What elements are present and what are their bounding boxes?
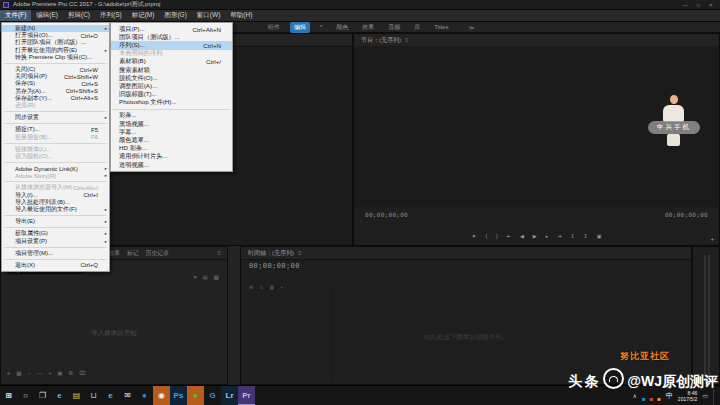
nest-toggle-icon[interactable]: ⊞ [249,275,253,293]
mark-out-icon[interactable]: } [496,224,498,242]
go-to-in-icon[interactable]: ⇤ [507,224,511,242]
menu-bar-item[interactable]: 剪辑(C) [63,10,95,21]
file-menu-item[interactable]: 设为脱机(O)... [2,153,109,160]
maximize-button[interactable]: □ [697,0,700,10]
file-menu-item[interactable]: 退出(X) Ctrl+Q [2,262,109,269]
tab-history[interactable]: 历史记录 [146,249,169,258]
button-editor-icon[interactable]: + [710,236,714,242]
taskbar-clock[interactable]: 8:46 2017/5/2 [678,390,697,402]
mark-in-icon[interactable]: { [485,224,487,242]
file-menu-item[interactable] [4,143,107,144]
step-back-icon[interactable]: ◀ [520,224,524,242]
file-menu-item[interactable] [4,162,107,163]
task-view-button[interactable]: ❐ [34,386,51,405]
new-submenu-item[interactable]: 透明视频... [111,161,232,169]
mail-icon[interactable]: ✉ [119,386,136,405]
lightroom-icon[interactable]: Lr [221,386,238,405]
menu-bar-item[interactable]: 窗口(W) [192,10,225,21]
file-menu-item[interactable] [4,259,107,260]
list-view-toggle-icon[interactable]: ▤ [203,265,208,283]
minimize-button[interactable]: — [683,0,688,10]
new-submenu-item[interactable] [113,109,230,110]
file-explorer-icon[interactable]: ▤ [68,386,85,405]
file-menu-item[interactable]: 批量捕捉(B)... F6 [2,133,109,140]
thumbnail-view-toggle-icon[interactable]: ▦ [214,265,219,283]
new-bin-icon[interactable]: ▣ [57,361,62,379]
playhead-timecode[interactable]: 00;00;00;00 [365,211,408,218]
file-menu-item[interactable] [4,215,107,216]
workspace-overflow-icon[interactable]: ≫ [468,24,474,31]
ime-indicator[interactable]: 中 [666,391,673,401]
app-blue-circle-icon[interactable]: ● [136,386,153,405]
timeline-timecode[interactable]: 00;00;00;00 [249,262,300,270]
play-icon[interactable]: ▶ [533,224,537,242]
premiere-taskbar-icon[interactable]: Pr [238,386,255,405]
workspace-tab-titles[interactable]: Titles [430,23,452,31]
edge-icon[interactable]: e [51,386,68,405]
tab-markers[interactable]: 标记 [127,249,139,258]
tray-update-icon[interactable]: ■ [657,387,661,405]
zoom-in-icon[interactable]: + [48,361,51,379]
workspace-modified-marker[interactable]: * [316,23,326,31]
file-menu-item[interactable]: 导入最近使用的文件(F) ▸ [2,206,109,213]
file-menu-item[interactable]: 项目管理(M)... [2,250,109,257]
workspace-tab-assembly[interactable]: 组件 [264,22,284,33]
close-button[interactable]: ✕ [709,0,713,10]
menu-bar-item[interactable]: 图形(G) [159,10,191,21]
list-view-icon[interactable]: ≡ [7,361,10,379]
menu-bar-item[interactable]: 文件(F) [0,10,31,21]
file-menu-item[interactable] [4,111,107,112]
tray-expand-icon[interactable]: ∧ [633,392,637,399]
panel-menu-icon[interactable]: ≡ [298,250,302,256]
panel-menu-icon[interactable]: ≡ [217,250,221,256]
delete-icon[interactable]: ⌧ [79,361,85,379]
workspace-tab-color[interactable]: 颜色 [332,22,352,33]
snap-icon[interactable]: ⊙ [259,275,263,293]
file-menu-item[interactable]: 项目设置(P) ▸ [2,238,109,245]
menu-bar-item[interactable]: 编辑(E) [31,10,63,21]
workspace-tab-effects[interactable]: 效果 [358,22,378,33]
timeline-tab[interactable]: 时间轴：(无序列) [248,249,294,258]
export-frame-icon[interactable]: ▣ [597,224,602,242]
action-center-icon[interactable]: ▭ [702,392,708,399]
menu-bar-item[interactable]: 标记(M) [127,10,160,21]
file-menu-item[interactable]: Adobe Story(R) ▸ [2,172,109,179]
go-to-out-icon[interactable]: ⇥ [557,224,561,242]
cortana-button[interactable]: ○ [17,386,34,405]
file-menu-item[interactable]: 转换 Premiere Clip 项目(C)... [2,54,109,61]
show-desktop-button[interactable] [713,386,717,405]
tab-effects[interactable]: 效果 [108,249,120,258]
new-submenu-item[interactable]: Photoshop 文件(H)... [111,99,232,107]
add-marker-icon[interactable]: ▼ [471,224,476,242]
menu-bar-item[interactable]: 序列(S) [95,10,127,21]
workspace-tab-audio[interactable]: 音频 [384,22,404,33]
ie-icon[interactable]: e [102,386,119,405]
store-icon[interactable]: ⊔ [85,386,102,405]
file-menu-item[interactable] [4,247,107,248]
zoom-out-icon[interactable]: − [27,361,30,379]
lift-icon[interactable]: ↥ [570,224,574,242]
add-marker-small-icon[interactable]: + [280,275,283,293]
photoshop-icon[interactable]: Ps [170,386,187,405]
tray-shield-icon[interactable]: ■ [642,387,646,405]
file-menu-item[interactable] [4,227,107,228]
new-item-icon[interactable]: ⊞ [69,361,74,379]
workspace-tab-editing[interactable]: 编辑 [290,22,310,33]
workspace-tab-libraries[interactable]: 库 [410,22,424,33]
file-menu-item[interactable] [4,123,107,124]
g-app-icon[interactable]: G [204,386,221,405]
file-menu-item[interactable] [4,63,107,64]
file-menu-item[interactable]: 导出(E) ▸ [2,218,109,225]
extract-icon[interactable]: ↧ [584,224,588,242]
wechat-icon[interactable]: ● [187,386,204,405]
icon-view-icon[interactable]: ▦ [16,361,21,379]
step-forward-icon[interactable]: ▸ [546,224,549,242]
track-settings-icon[interactable]: ▦ [269,275,274,293]
file-menu-item[interactable]: 同步设置 ▸ [2,114,109,121]
file-menu-item[interactable]: Adobe Dynamic Link(K) ▸ [2,165,109,172]
file-menu-item[interactable] [4,181,107,182]
file-menu-item[interactable]: 还原(R) [2,102,109,109]
menu-bar-item[interactable]: 帮助(H) [225,10,257,21]
start-button[interactable]: ⊞ [0,386,17,405]
zoom-slider[interactable]: — [37,361,43,379]
